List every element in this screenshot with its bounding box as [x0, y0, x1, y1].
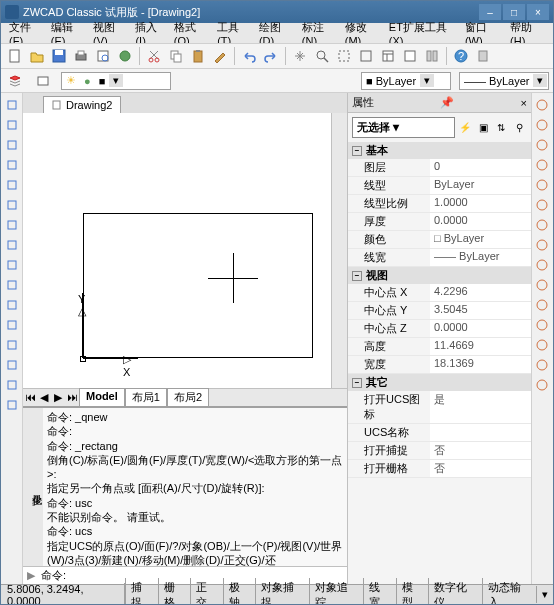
collapse-icon[interactable]: −	[352, 271, 362, 281]
polygon-tool[interactable]	[2, 135, 22, 155]
circle-tool[interactable]	[2, 195, 22, 215]
array-tool[interactable]	[532, 175, 552, 195]
property-row[interactable]: 中心点 X4.2296	[348, 284, 531, 302]
property-row[interactable]: UCS名称	[348, 424, 531, 442]
property-row[interactable]: 中心点 Z0.0000	[348, 320, 531, 338]
layer-states-button[interactable]	[33, 71, 53, 91]
property-group[interactable]: −其它	[348, 374, 531, 391]
copy-tool[interactable]	[532, 115, 552, 135]
quick-select-icon[interactable]: ⚡	[457, 120, 473, 136]
color-combo[interactable]: ■ ByLayer ▾	[361, 72, 451, 90]
match-props-button[interactable]	[210, 46, 230, 66]
text-tool[interactable]	[2, 375, 22, 395]
fillet-tool[interactable]	[532, 355, 552, 375]
stretch-tool[interactable]	[532, 255, 552, 275]
tab-first-button[interactable]: ⏮	[23, 391, 37, 404]
status-toggle[interactable]: 对象捕捉	[255, 578, 309, 606]
pline-tool[interactable]	[2, 115, 22, 135]
print-button[interactable]	[71, 46, 91, 66]
property-row[interactable]: 线型比例1.0000	[348, 195, 531, 213]
mtext-tool[interactable]	[2, 395, 22, 415]
rotate-tool[interactable]	[532, 215, 552, 235]
property-row[interactable]: 中心点 Y3.5045	[348, 302, 531, 320]
copy-button[interactable]	[166, 46, 186, 66]
cut-button[interactable]	[144, 46, 164, 66]
hatch-tool[interactable]	[2, 315, 22, 335]
trim-tool[interactable]	[532, 275, 552, 295]
select-objects-icon[interactable]: ▣	[475, 120, 491, 136]
offset-tool[interactable]	[532, 155, 552, 175]
collapse-icon[interactable]: −	[352, 146, 362, 156]
property-value[interactable]: 0.0000	[430, 320, 531, 337]
open-button[interactable]	[27, 46, 47, 66]
status-toggle[interactable]: 捕捉	[125, 578, 157, 606]
property-row[interactable]: 宽度18.1369	[348, 356, 531, 374]
help-button[interactable]: ?	[451, 46, 471, 66]
property-row[interactable]: 打开栅格否	[348, 460, 531, 478]
command-history[interactable]: 命令: _qnew 命令: 命令: _rectang 倒角(C)/标高(E)/圆…	[43, 408, 347, 566]
property-group[interactable]: −基本	[348, 142, 531, 159]
tab-next-button[interactable]: ▶	[51, 391, 65, 404]
property-value[interactable]: —— ByLayer	[430, 249, 531, 266]
property-row[interactable]: 高度11.4669	[348, 338, 531, 356]
ellipse-tool[interactable]	[2, 235, 22, 255]
status-toggle[interactable]: 数字化仪	[428, 578, 482, 606]
property-value[interactable]: 4.2296	[430, 284, 531, 301]
publish-button[interactable]	[115, 46, 135, 66]
collapse-icon[interactable]: −	[352, 378, 362, 388]
explode-tool[interactable]	[532, 375, 552, 395]
property-row[interactable]: 打开UCS图标是	[348, 391, 531, 424]
status-toggle[interactable]: 正交	[190, 578, 222, 606]
dropdown-icon[interactable]: ▾	[109, 74, 123, 87]
dropdown-icon[interactable]: ▾	[420, 74, 434, 87]
status-menu-button[interactable]: ▾	[536, 586, 553, 603]
layout-tab[interactable]: 布局2	[167, 388, 209, 407]
property-row[interactable]: 颜色□ ByLayer	[348, 231, 531, 249]
property-value[interactable]: 否	[430, 460, 531, 477]
property-value[interactable]: 3.5045	[430, 302, 531, 319]
property-row[interactable]: 打开捕捉否	[348, 442, 531, 460]
move-tool[interactable]	[532, 195, 552, 215]
spline-tool[interactable]	[2, 215, 22, 235]
print-preview-button[interactable]	[93, 46, 113, 66]
linetype-combo[interactable]: —— ByLayer ▾	[459, 72, 549, 90]
scale-tool[interactable]	[532, 235, 552, 255]
mirror-tool[interactable]	[532, 135, 552, 155]
pick-add-icon[interactable]: ⇅	[493, 120, 509, 136]
tab-prev-button[interactable]: ◀	[37, 391, 51, 404]
chamfer-tool[interactable]	[532, 335, 552, 355]
layout-tab[interactable]: Model	[79, 388, 125, 407]
property-value[interactable]: 11.4669	[430, 338, 531, 355]
erase-tool[interactable]	[532, 95, 552, 115]
zoom-previous-button[interactable]	[356, 46, 376, 66]
close-icon[interactable]: ×	[521, 97, 527, 109]
property-value[interactable]: 是	[430, 391, 531, 423]
line-tool[interactable]	[2, 95, 22, 115]
pin-icon[interactable]: 📌	[440, 96, 454, 109]
save-button[interactable]	[49, 46, 69, 66]
properties-button[interactable]	[378, 46, 398, 66]
tab-last-button[interactable]: ⏭	[65, 391, 79, 404]
property-value[interactable]	[430, 424, 531, 441]
rect-tool[interactable]	[2, 155, 22, 175]
status-toggle[interactable]: 栅格	[158, 578, 190, 606]
zoom-window-button[interactable]	[334, 46, 354, 66]
property-value[interactable]: 0	[430, 159, 531, 176]
document-tab[interactable]: Drawing2	[43, 96, 121, 113]
block-tool[interactable]	[2, 275, 22, 295]
paste-button[interactable]	[188, 46, 208, 66]
extend-tool[interactable]	[532, 295, 552, 315]
layer-manager-button[interactable]	[5, 71, 25, 91]
table-tool[interactable]	[2, 355, 22, 375]
design-center-button[interactable]	[400, 46, 420, 66]
status-toggle[interactable]: 极轴	[223, 578, 255, 606]
property-row[interactable]: 线型ByLayer	[348, 177, 531, 195]
pan-button[interactable]	[290, 46, 310, 66]
layout-tab[interactable]: 布局1	[125, 388, 167, 407]
status-toggle[interactable]: 模型	[396, 578, 428, 606]
status-toggle[interactable]: 对象追踪	[309, 578, 363, 606]
property-value[interactable]: 0.0000	[430, 213, 531, 230]
redo-button[interactable]	[261, 46, 281, 66]
calc-button[interactable]	[473, 46, 493, 66]
new-button[interactable]	[5, 46, 25, 66]
